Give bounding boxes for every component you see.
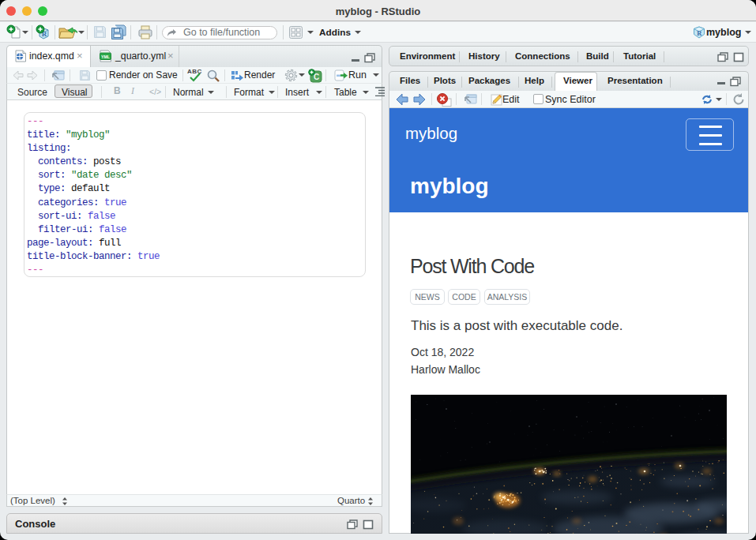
svg-text:YML: YML bbox=[101, 54, 111, 59]
svg-text:R: R bbox=[697, 29, 702, 37]
